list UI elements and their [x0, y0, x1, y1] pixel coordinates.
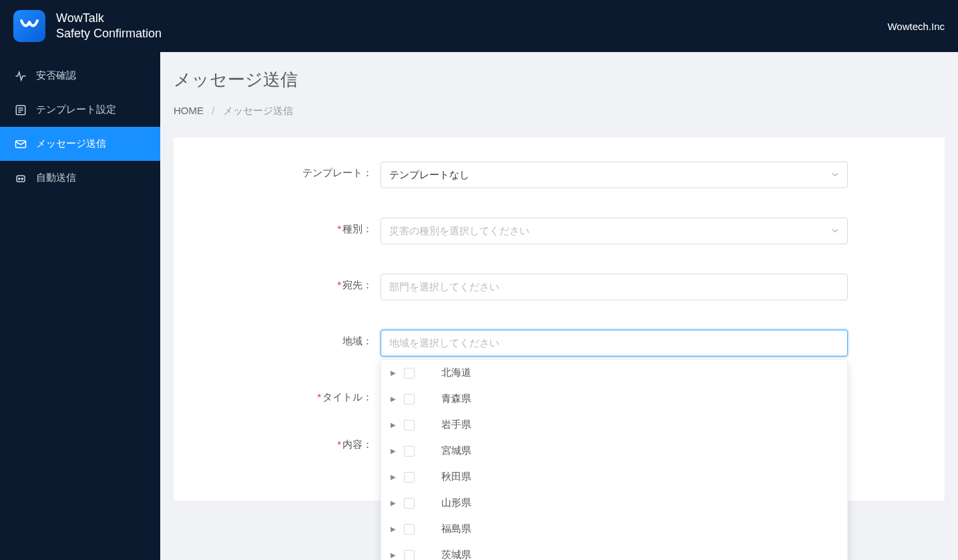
chevron-down-icon [831, 226, 839, 237]
svg-point-7 [21, 178, 23, 179]
caret-right-icon[interactable]: ▶ [391, 551, 397, 559]
region-checkbox[interactable] [404, 446, 415, 457]
region-option[interactable]: ▶茨城県 [381, 542, 847, 560]
caret-right-icon[interactable]: ▶ [391, 421, 397, 429]
caret-right-icon[interactable]: ▶ [391, 447, 397, 455]
company-name: Wowtech.Inc [887, 21, 945, 32]
region-option-label: 青森県 [441, 392, 471, 405]
robot-icon [15, 172, 27, 184]
sidebar-item-3[interactable]: 自動送信 [0, 161, 160, 195]
region-option[interactable]: ▶福島県 [381, 516, 847, 542]
region-placeholder: 地域を選択してください [389, 337, 499, 350]
template-select[interactable]: テンプレートなし [381, 162, 848, 188]
caret-right-icon[interactable]: ▶ [391, 369, 397, 376]
app-title-2: Safety Confirmation [56, 26, 162, 41]
app-header: WowTalk Safety Confirmation Wowtech.Inc [0, 0, 958, 52]
dest-placeholder: 部門を選択してください [389, 281, 499, 294]
sidebar-item-label: メッセージ送信 [36, 137, 106, 150]
main-content: メッセージ送信 HOME / メッセージ送信 テンプレート： テンプレートなし [160, 52, 958, 560]
region-checkbox[interactable] [404, 550, 415, 561]
page-title: メッセージ送信 [174, 68, 938, 91]
region-option-label: 福島県 [441, 523, 471, 535]
sidebar-item-label: 自動送信 [36, 172, 76, 184]
region-checkbox[interactable] [404, 524, 415, 535]
region-option-label: 岩手県 [441, 418, 471, 431]
sidebar: 安否確認テンプレート設定メッセージ送信自動送信 [0, 52, 160, 560]
caret-right-icon[interactable]: ▶ [391, 499, 397, 507]
dest-label: *宛先： [194, 274, 381, 292]
mail-icon [15, 138, 27, 150]
title-label: *タイトル： [194, 386, 381, 404]
template-label: テンプレート： [194, 162, 381, 180]
breadcrumb: HOME / メッセージ送信 [174, 105, 938, 117]
region-checkbox[interactable] [404, 420, 415, 431]
region-option-label: 秋田県 [441, 471, 471, 483]
caret-right-icon[interactable]: ▶ [391, 473, 397, 481]
dest-select[interactable]: 部門を選択してください [381, 274, 848, 300]
svg-point-6 [19, 178, 20, 179]
breadcrumb-current: メッセージ送信 [223, 105, 293, 116]
region-label: 地域： [194, 330, 381, 348]
region-option[interactable]: ▶岩手県 [381, 412, 847, 438]
sidebar-item-2[interactable]: メッセージ送信 [0, 127, 160, 161]
logo-icon [19, 15, 40, 37]
region-checkbox[interactable] [404, 368, 415, 378]
region-option[interactable]: ▶宮城県 [381, 438, 847, 464]
type-placeholder: 災害の種別を選択してください [389, 225, 529, 238]
chevron-down-icon [831, 170, 839, 181]
template-icon [15, 104, 27, 116]
region-option[interactable]: ▶山形県 [381, 490, 847, 516]
app-title-1: WowTalk [56, 11, 162, 26]
region-option[interactable]: ▶北海道 [381, 360, 847, 386]
region-checkbox[interactable] [404, 472, 415, 483]
caret-right-icon[interactable]: ▶ [391, 395, 397, 402]
caret-right-icon[interactable]: ▶ [391, 525, 397, 533]
region-option[interactable]: ▶秋田県 [381, 464, 847, 490]
content-label: *内容： [194, 433, 381, 451]
form-card: テンプレート： テンプレートなし *種別： 災害 [174, 137, 945, 501]
app-logo [13, 10, 45, 42]
breadcrumb-home[interactable]: HOME [174, 105, 204, 116]
region-option-label: 茨城県 [441, 549, 471, 560]
region-select[interactable]: 地域を選択してください [381, 330, 848, 356]
breadcrumb-separator: / [212, 105, 214, 116]
type-label: *種別： [194, 218, 381, 236]
region-checkbox[interactable] [404, 498, 415, 509]
sidebar-item-label: テンプレート設定 [36, 103, 116, 116]
sidebar-item-label: 安否確認 [36, 69, 76, 82]
sidebar-item-1[interactable]: テンプレート設定 [0, 93, 160, 127]
template-value: テンプレートなし [389, 169, 469, 182]
region-checkbox[interactable] [404, 394, 415, 404]
region-option-label: 山形県 [441, 497, 471, 509]
region-option-label: 宮城県 [441, 445, 471, 457]
svg-rect-5 [17, 176, 25, 182]
region-option-label: 北海道 [441, 366, 471, 379]
heartbeat-icon [15, 70, 27, 82]
type-select[interactable]: 災害の種別を選択してください [381, 218, 848, 244]
region-option[interactable]: ▶青森県 [381, 386, 847, 412]
region-dropdown[interactable]: ▶北海道▶青森県▶岩手県▶宮城県▶秋田県▶山形県▶福島県▶茨城県 [381, 359, 848, 560]
sidebar-item-0[interactable]: 安否確認 [0, 59, 160, 93]
